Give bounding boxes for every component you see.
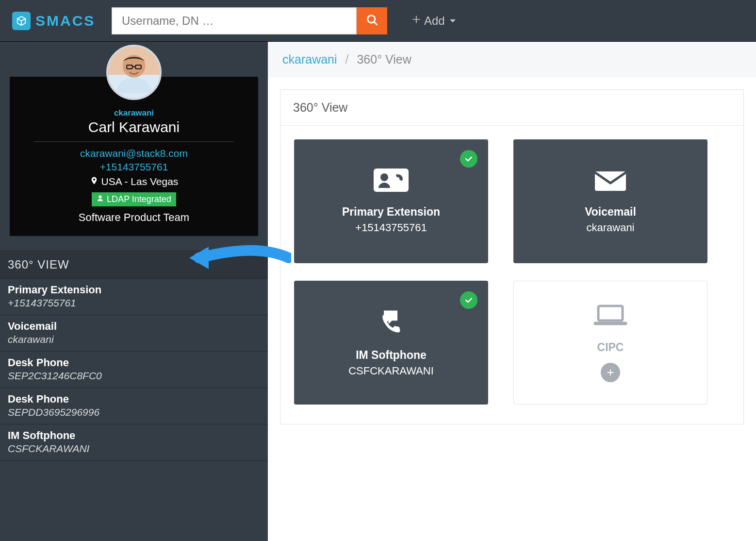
profile-phone[interactable]: +15143755761 — [22, 161, 246, 173]
breadcrumb: ckarawani / 360° View — [268, 42, 756, 77]
profile-card: ckarawani Carl Karawani ckarawani@stack8… — [10, 77, 258, 236]
logo[interactable]: SMACS — [12, 12, 112, 30]
profile-username: ckarawani — [22, 108, 246, 118]
softphone-icon — [378, 308, 405, 337]
search-icon — [365, 13, 379, 28]
check-icon — [460, 291, 477, 309]
svg-line-1 — [374, 22, 377, 25]
side-item[interactable]: IM Softphone CSFCKARAWANI — [0, 424, 268, 461]
check-icon — [460, 150, 477, 168]
side-item[interactable]: Voicemail ckarawani — [0, 315, 268, 352]
side-item-title: Voicemail — [8, 320, 260, 333]
breadcrumb-current: 360° View — [357, 52, 411, 66]
profile-location: USA - Las Vegas — [101, 176, 179, 187]
logo-mark-icon — [12, 12, 31, 30]
side-item-value: SEP2C31246C8FC0 — [8, 370, 260, 382]
profile-fullname: Carl Karawani — [22, 119, 246, 135]
envelope-icon — [593, 169, 628, 194]
side-item[interactable]: Primary Extension +15143755761 — [0, 279, 268, 315]
side-item-title: Desk Phone — [8, 356, 260, 369]
side-item-value: SEPDD3695296996 — [8, 406, 260, 418]
profile-email[interactable]: ckarawani@stack8.com — [22, 148, 246, 159]
contact-phone-icon — [374, 169, 409, 194]
tile-primary-extension[interactable]: Primary Extension +15143755761 — [294, 139, 488, 263]
tile-im-softphone[interactable]: IM Softphone CSFCKARAWANI — [294, 281, 488, 405]
side-item[interactable]: Desk Phone SEP2C31246C8FC0 — [0, 352, 268, 388]
panel-360: 360° View Primary Extension +15143755761 — [280, 89, 744, 424]
breadcrumb-link[interactable]: ckarawani — [282, 52, 337, 66]
search-input[interactable] — [112, 7, 357, 34]
tile-cipc[interactable]: CIPC — [513, 281, 707, 405]
sidebar: ckarawani Carl Karawani ckarawani@stack8… — [0, 42, 268, 541]
tile-sub: CSFCKARAWANI — [348, 365, 434, 377]
navbar: SMACS Add — [0, 0, 756, 42]
svg-rect-11 — [598, 306, 623, 321]
map-pin-icon — [90, 176, 99, 187]
tile-sub: +15143755761 — [355, 221, 427, 234]
side-item-title: IM Softphone — [8, 429, 260, 442]
tile-title: IM Softphone — [356, 349, 427, 362]
side-item-value: ckarawani — [8, 334, 260, 345]
avatar — [106, 45, 162, 100]
svg-point-9 — [380, 173, 388, 181]
side-item-value: +15143755761 — [8, 297, 260, 309]
side-item-value: CSFCKARAWANI — [8, 443, 260, 455]
panel-heading: 360° View — [280, 90, 743, 126]
add-menu[interactable]: Add — [411, 14, 456, 28]
tile-title: Voicemail — [585, 205, 636, 219]
add-label: Add — [424, 14, 445, 28]
laptop-icon — [593, 303, 627, 329]
side-item[interactable]: Desk Phone SEPDD3695296996 — [0, 388, 268, 424]
tile-sub: ckarawani — [586, 221, 634, 234]
side-list-heading[interactable]: 360° VIEW — [0, 251, 268, 279]
tile-title: CIPC — [597, 341, 624, 354]
user-icon — [97, 194, 104, 204]
breadcrumb-sep: / — [345, 52, 349, 66]
ldap-badge: LDAP Integrated — [92, 192, 176, 206]
search-group — [112, 7, 387, 34]
profile-team: Software Product Team — [22, 211, 246, 224]
side-list: 360° VIEW Primary Extension +15143755761… — [0, 251, 268, 461]
side-item-title: Primary Extension — [8, 284, 260, 296]
ldap-badge-text: LDAP Integrated — [107, 194, 171, 204]
tile-voicemail[interactable]: Voicemail ckarawani — [513, 139, 707, 263]
side-item-title: Desk Phone — [8, 393, 260, 406]
tile-title: Primary Extension — [342, 205, 440, 219]
add-circle-icon[interactable] — [601, 363, 620, 382]
svg-rect-8 — [374, 169, 409, 192]
logo-text: SMACS — [35, 13, 95, 29]
main: ckarawani / 360° View 360° View Primary … — [268, 42, 756, 541]
chevron-down-icon — [450, 19, 456, 22]
plus-icon — [411, 15, 421, 27]
search-button[interactable] — [357, 7, 387, 34]
